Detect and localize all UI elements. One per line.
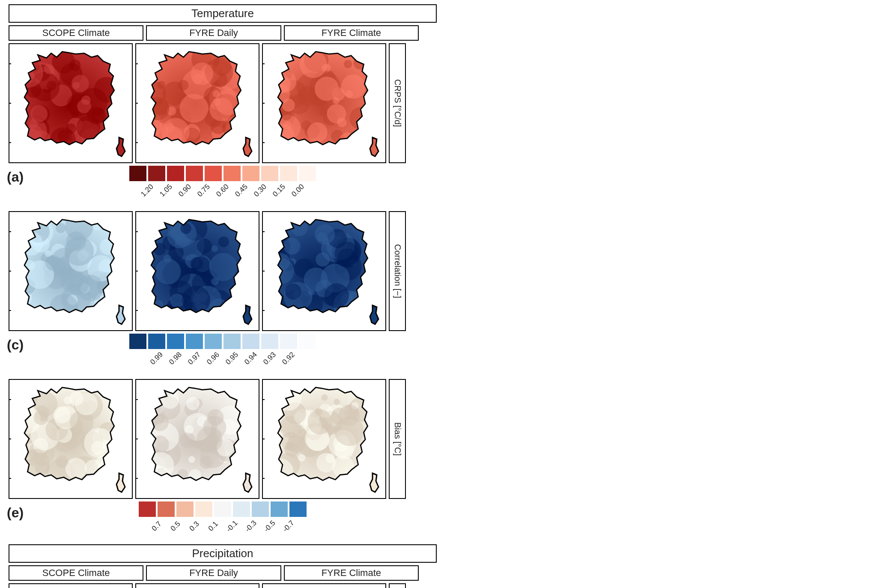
- column-precipitation: Precipitation SCOPE Climate FYRE Daily F…: [9, 544, 437, 588]
- header-scope: SCOPE Climate: [9, 25, 143, 41]
- svg-point-79: [179, 94, 208, 122]
- svg-point-37: [87, 107, 104, 124]
- svg-point-281: [54, 406, 70, 423]
- svg-point-279: [56, 455, 69, 468]
- legend-(a): [9, 166, 437, 181]
- svg-point-30: [30, 105, 48, 122]
- svg-point-327: [196, 427, 222, 453]
- map-(c)-2: [262, 211, 386, 331]
- svg-point-229: [285, 284, 301, 300]
- svg-point-141: [20, 292, 32, 304]
- svg-point-275: [100, 459, 113, 472]
- svg-point-62: [222, 121, 236, 135]
- map-(b)-1: [135, 583, 259, 588]
- map-(e)-0: [9, 379, 133, 499]
- svg-point-244: [337, 248, 357, 268]
- svg-point-278: [91, 441, 106, 455]
- panel-label-(e): (e): [7, 505, 24, 521]
- svg-point-57: [178, 80, 188, 90]
- svg-point-242: [315, 224, 335, 245]
- svg-point-180: [212, 245, 218, 252]
- strip-(b): CRPS [mm/d]: [389, 583, 406, 588]
- svg-point-34: [44, 64, 54, 74]
- strip-(c): Correlation [−]: [389, 211, 406, 331]
- map-(b)-2: [262, 583, 386, 588]
- svg-point-33: [24, 125, 42, 143]
- panel-label-(a): (a): [7, 169, 24, 185]
- svg-point-199: [197, 239, 212, 254]
- svg-point-285: [75, 392, 98, 415]
- map-(b)-0: [9, 583, 133, 588]
- svg-point-193: [155, 259, 181, 284]
- svg-point-202: [182, 286, 210, 314]
- svg-point-362: [285, 442, 293, 450]
- map-(a)-0: [9, 43, 133, 163]
- svg-point-38: [69, 60, 80, 71]
- svg-point-117: [337, 118, 347, 127]
- svg-point-233: [283, 238, 300, 254]
- svg-point-326: [147, 452, 174, 479]
- svg-point-20: [72, 82, 80, 89]
- header-fyre-climate-p: FYRE Climate: [284, 565, 419, 581]
- svg-point-119: [340, 132, 354, 147]
- map-(e)-1: [135, 379, 259, 499]
- svg-point-163: [18, 225, 34, 240]
- svg-point-122: [282, 98, 295, 111]
- svg-point-161: [64, 236, 93, 266]
- svg-point-310: [188, 456, 195, 463]
- map-(c)-0: [9, 211, 133, 331]
- svg-point-338: [334, 399, 340, 405]
- svg-point-314: [161, 391, 179, 409]
- legend-ticks-(c): 0.990.980.970.960.950.940.930.92: [9, 350, 437, 363]
- strip-(e): Bias [°C]: [389, 379, 406, 499]
- map-(c)-1: [135, 211, 259, 331]
- column-title-temperature: Temperature: [9, 4, 437, 23]
- svg-point-78: [209, 98, 233, 121]
- header-scope-p: SCOPE Climate: [9, 565, 143, 581]
- svg-point-121: [315, 77, 339, 101]
- svg-point-24: [47, 81, 56, 90]
- svg-point-139: [100, 239, 116, 255]
- svg-point-162: [77, 275, 104, 301]
- header-fyre-daily-p: FYRE Daily: [146, 565, 281, 581]
- svg-point-325: [185, 425, 194, 434]
- svg-point-106: [344, 60, 352, 68]
- svg-point-274: [64, 396, 72, 405]
- svg-point-238: [304, 268, 328, 292]
- svg-point-368: [307, 409, 332, 434]
- svg-point-305: [151, 436, 169, 454]
- legend-ticks-(a): 1.201.050.900.750.600.450.300.150.00: [9, 182, 437, 195]
- svg-point-360: [298, 454, 306, 462]
- svg-point-195: [218, 236, 229, 247]
- legend-(e): [9, 501, 437, 517]
- svg-point-324: [186, 397, 200, 410]
- map-(a)-1: [135, 43, 259, 163]
- map-(a)-2: [262, 43, 386, 163]
- svg-point-323: [207, 409, 223, 426]
- header-fyre-daily: FYRE Daily: [146, 25, 281, 41]
- svg-point-40: [66, 123, 76, 134]
- svg-point-318: [180, 432, 196, 448]
- legend-(c): [9, 334, 437, 349]
- svg-point-81: [161, 118, 189, 146]
- svg-point-241: [324, 284, 349, 308]
- svg-point-87: [307, 122, 327, 143]
- svg-point-367: [325, 454, 335, 463]
- svg-point-203: [209, 253, 238, 281]
- svg-point-107: [319, 108, 327, 116]
- svg-point-76: [191, 63, 213, 85]
- svg-point-273: [66, 458, 87, 479]
- panel-label-(c): (c): [7, 337, 24, 353]
- legend-ticks-(e): 0.70.50.30.1-0.1-0.3-0.5-0.7: [9, 518, 437, 531]
- svg-point-204: [190, 257, 203, 270]
- map-(e)-2: [262, 379, 386, 499]
- column-title-precipitation: Precipitation: [9, 544, 437, 563]
- svg-point-148: [20, 232, 43, 256]
- strip-(a): CRPS [°C/d]: [389, 43, 406, 163]
- svg-point-284: [34, 410, 48, 425]
- header-fyre-climate: FYRE Climate: [284, 25, 419, 41]
- svg-point-364: [331, 408, 348, 425]
- column-temperature: Temperature SCOPE Climate FYRE Daily FYR…: [9, 4, 437, 544]
- svg-point-286: [20, 449, 50, 479]
- svg-point-245: [316, 253, 330, 267]
